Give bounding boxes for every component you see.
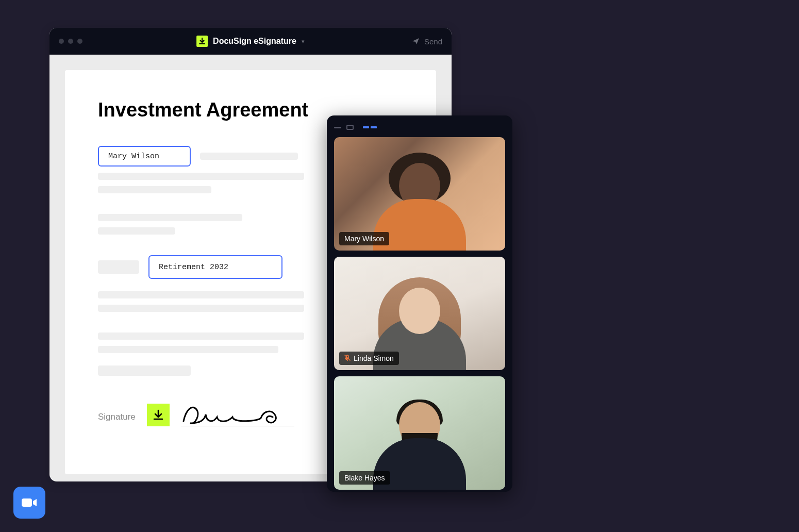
participant-name-text: Blake Hayes (344, 474, 385, 482)
send-label: Send (424, 37, 442, 46)
placeholder-line (98, 305, 304, 312)
placeholder-block (98, 365, 191, 376)
placeholder-line (98, 173, 304, 180)
name-input-value: Mary Wilson (108, 152, 159, 161)
layout-toggle-icon[interactable] (363, 126, 377, 128)
name-input-field[interactable]: Mary Wilson (98, 146, 191, 167)
close-window-dot[interactable] (59, 39, 64, 44)
plan-input-field[interactable]: Retirement 2032 (148, 255, 282, 279)
minimize-window-dot[interactable] (68, 39, 73, 44)
participant-tile[interactable]: Blake Hayes (334, 376, 505, 490)
window-controls[interactable] (59, 39, 82, 44)
placeholder-block (98, 260, 139, 274)
signature-field[interactable] (181, 401, 294, 426)
placeholder-line (200, 153, 298, 160)
app-title-group[interactable]: DocuSign eSignature ▾ (196, 36, 305, 47)
minimize-icon[interactable] (334, 127, 341, 128)
participant-tile[interactable]: Linda Simon (334, 257, 505, 370)
app-title-text: DocuSign eSignature (213, 37, 296, 46)
signature-label: Signature (98, 412, 136, 426)
participant-name-badge: Mary Wilson (339, 232, 389, 245)
signature-scribble (181, 402, 284, 427)
video-call-window: Mary Wilson Linda Simon Blake Hayes (327, 115, 512, 492)
maximize-window-dot[interactable] (77, 39, 82, 44)
participant-name-badge: Blake Hayes (339, 471, 390, 485)
placeholder-line (98, 291, 304, 298)
send-icon (412, 37, 420, 45)
chevron-down-icon[interactable]: ▾ (302, 38, 305, 45)
svg-rect-0 (22, 498, 32, 507)
placeholder-line (98, 346, 278, 353)
placeholder-line (98, 214, 242, 221)
zoom-camera-icon (21, 497, 38, 508)
maximize-icon[interactable] (346, 125, 354, 130)
sign-here-icon[interactable] (147, 404, 170, 426)
video-call-titlebar (334, 123, 505, 132)
participant-name-text: Mary Wilson (344, 235, 384, 243)
microphone-muted-icon (344, 355, 351, 362)
download-icon (196, 36, 208, 47)
window-titlebar: DocuSign eSignature ▾ Send (49, 28, 452, 55)
send-button[interactable]: Send (412, 37, 442, 46)
plan-input-value: Retirement 2032 (159, 263, 228, 272)
participant-tile[interactable]: Mary Wilson (334, 137, 505, 251)
placeholder-line (98, 227, 175, 235)
zoom-app-button[interactable] (13, 487, 45, 519)
placeholder-line (98, 186, 211, 193)
participant-name-badge: Linda Simon (339, 352, 399, 365)
placeholder-line (98, 332, 304, 340)
participant-name-text: Linda Simon (354, 354, 394, 362)
